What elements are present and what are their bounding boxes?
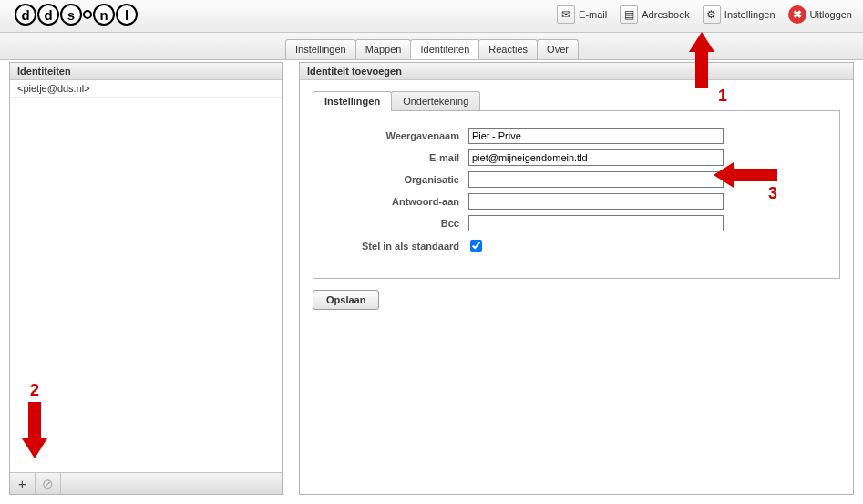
label-displayname: Weergavenaam [332,130,468,141]
identity-row[interactable]: <pietje@dds.nl> [10,80,282,98]
label-setdefault: Stel in als standaard [332,241,468,252]
input-email[interactable] [468,149,724,166]
tab-settings[interactable]: Instellingen [285,39,356,59]
input-organisation[interactable] [468,171,724,188]
tab-identities[interactable]: Identiteiten [410,39,479,59]
nav-email-label: E-mail [579,9,607,20]
nav-addressbook-label: Adresboek [642,9,690,20]
identities-panel-title: Identiteiten [10,63,282,80]
input-displayname[interactable] [468,128,724,144]
identities-list: <pietje@dds.nl> [10,80,282,472]
inner-tab-signature[interactable]: Ondertekening [391,91,480,110]
nav-logout[interactable]: ✖ Uitloggen [788,5,852,24]
settings-icon: ⚙ [703,5,721,24]
tab-about[interactable]: Over [537,39,579,59]
inner-tab-settings[interactable]: Instellingen [313,91,392,110]
plus-icon: + [18,476,26,491]
label-organisation: Organisatie [332,174,468,185]
mail-icon: ✉ [557,5,575,24]
addressbook-icon: ▤ [620,5,638,24]
label-email: E-mail [332,152,468,163]
checkbox-setdefault[interactable] [470,240,482,252]
input-replyto[interactable] [468,193,724,210]
identity-edit-title: Identiteit toevoegen [300,63,853,80]
delete-identity-button: ⊘ [36,473,61,494]
save-button[interactable]: Opslaan [313,290,379,310]
label-replyto: Antwoord-aan [332,196,468,207]
identity-edit-panel: Identiteit toevoegen Instellingen Ondert… [299,62,854,495]
tab-responses[interactable]: Reacties [478,39,538,59]
logo: d d s n l [15,4,138,26]
add-identity-button[interactable]: + [10,473,36,494]
disabled-icon: ⊘ [42,476,54,492]
tab-folders[interactable]: Mappen [355,39,412,59]
nav-email[interactable]: ✉ E-mail [557,5,607,24]
nav-logout-label: Uitloggen [810,9,852,20]
nav-settings-label: Instellingen [724,9,776,20]
logout-icon: ✖ [788,5,806,24]
input-bcc[interactable] [468,215,724,231]
nav-addressbook[interactable]: ▤ Adresboek [620,5,690,24]
nav-settings[interactable]: ⚙ Instellingen [703,5,776,24]
label-bcc: Bcc [332,218,468,229]
identities-panel: Identiteiten <pietje@dds.nl> + ⊘ [9,62,283,495]
identities-toolbar: + ⊘ [10,472,282,494]
